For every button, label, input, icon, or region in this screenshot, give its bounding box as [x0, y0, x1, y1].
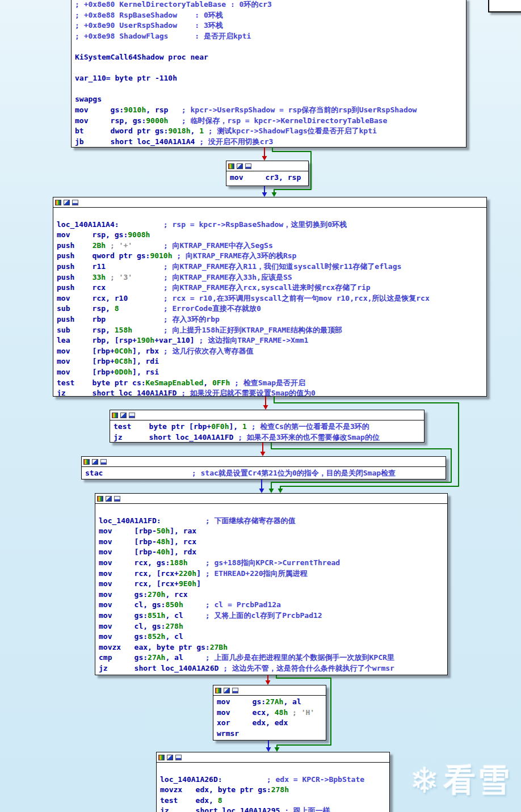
asm-line[interactable]: push rcx ; 向KTRAP_FRAME存入rcx,syscall进来时候… [57, 283, 485, 293]
asm-line[interactable]: push 2Bh ; '+' ; 向KTRAP_FRAME中存入SegSs [57, 241, 485, 251]
asm-line[interactable]: mov rcx, [rcx+220h] ; ETHREAD+220指向所属进程 [99, 569, 446, 579]
asm-line[interactable]: mov cl, gs:850h ; cl = PrcbPad12a [99, 600, 446, 611]
asm-line[interactable]: mov [rbp+0D0h], rsi [57, 367, 485, 378]
asm-line[interactable]: mov [rbp+0C0h], rbx ; 这几行依次存入寄存器值 [57, 346, 485, 357]
asm-line[interactable]: ; +0x8e98 ShadowFlags : 是否开启kpti [75, 31, 465, 42]
asm-line[interactable]: cmp gs:27Ah, al ; 上面几步是在把进程里的某个数据倒手一次放到K… [99, 653, 446, 663]
asm-line[interactable] [57, 209, 485, 220]
node-color-icon[interactable] [55, 200, 61, 205]
graph-node-loc_140A1A26D[interactable]: loc_140A1A26D: ; edx = KPCR->BpbStatemov… [156, 752, 390, 812]
asm-line[interactable]: xor edx, edx [217, 718, 325, 729]
node-hint-icon[interactable] [129, 413, 135, 418]
asm-line[interactable]: mov rcx, [rcx+9E0h] [99, 579, 446, 590]
graph-node-loc_140A1A1A4[interactable]: loc_140A1A1A4: ; rsp = kpcr->RspBaseShad… [53, 197, 487, 397]
node-color-icon[interactable] [215, 688, 221, 693]
asm-line[interactable]: wrmsr [217, 729, 325, 739]
node-titlebar[interactable] [82, 457, 446, 467]
asm-line[interactable]: mov [rbp-50h], rax [99, 526, 446, 537]
asm-line[interactable]: sub rsp, 158h ; 向上提升158h正好到KTRAP_FRAME结构… [57, 325, 485, 336]
asm-line[interactable]: mov cl, gs:278h [99, 621, 446, 632]
asm-line[interactable]: movzx eax, byte ptr gs:27Bh [99, 642, 446, 653]
node-hint-icon[interactable] [175, 755, 182, 760]
asm-line[interactable]: mov gs:852h, cl [99, 632, 446, 642]
graph-node-cutoff[interactable] [488, 0, 521, 12]
asm-line[interactable]: swapgs [75, 94, 465, 105]
node-color-icon[interactable] [83, 459, 90, 465]
asm-line[interactable]: sub rsp, 8 ; ErrorCode直接不存就放0 [57, 304, 485, 314]
asm-line[interactable]: lea rbp, [rsp+190h+var_110] ; 这边指向TRAP_F… [57, 335, 485, 346]
asm-line[interactable]: mov gs:27Ah, al [217, 697, 325, 708]
asm-line[interactable]: loc_140A1A1FD: ; 下面继续存储寄存器的值 [99, 516, 446, 527]
node-titlebar[interactable] [95, 494, 447, 504]
asm-line[interactable]: bt dword ptr gs:9018h, 1 ; 测试kpcr->Shado… [75, 126, 465, 137]
asm-line[interactable]: mov rcx, gs:188h ; gs+188指向KPCR->Current… [99, 558, 446, 569]
asm-line[interactable] [75, 84, 465, 95]
asm-line[interactable]: movzx edx, byte ptr gs:278h [160, 785, 388, 796]
asm-line[interactable]: stac ; stac就是设置Cr4第21位为0的指令，目的是关闭Smap检查 [85, 468, 444, 479]
node-color-icon[interactable] [97, 496, 103, 502]
node-hint-icon[interactable] [100, 459, 107, 465]
graph-node-loc_140A1A1FD[interactable]: loc_140A1A1FD: ; 下面继续存储寄存器的值mov [rbp-50h… [95, 493, 448, 675]
asm-line[interactable] [160, 764, 388, 775]
asm-line[interactable]: push r11 ; 向KTRAP_FRAME存入R11，我们知道syscall… [57, 262, 485, 272]
edit-comment-icon[interactable] [106, 496, 112, 502]
asm-line[interactable]: mov gs:851h, cl ; 又将上面的cl存到了PrcbPad12 [99, 611, 446, 621]
asm-line[interactable]: jz short loc_140A1A1FD ; 如果不是3环来的也不需要修改S… [114, 432, 423, 443]
node-color-icon[interactable] [112, 413, 118, 418]
node-titlebar[interactable] [226, 161, 308, 171]
edit-comment-icon[interactable] [237, 163, 243, 169]
asm-line[interactable]: mov ecx, 48h ; 'H' [217, 708, 325, 718]
asm-line[interactable]: test edx, 8 [160, 796, 388, 806]
asm-line[interactable]: mov [rbp+0C8h], rdi [57, 356, 485, 367]
graph-node-set-cr3[interactable]: mov cr3, rsp [226, 161, 309, 186]
asm-line[interactable]: mov cr3, rsp [230, 173, 307, 183]
asm-line[interactable]: push rbp ; 存入3环的rbp [57, 314, 485, 325]
graph-node-stac[interactable]: stac ; stac就是设置Cr4第21位为0的指令，目的是关闭Smap检查 [81, 456, 446, 479]
asm-line[interactable]: test byte ptr [rbp+0F0h], 1 ; 检查Cs的第一位看看… [114, 422, 423, 432]
asm-line[interactable]: jz short loc_140A1A1FD ; 如果没开启就不需要设置Smap… [57, 388, 485, 397]
asm-line[interactable]: ; +0x8e90 UserRspShadow : 3环栈 [75, 20, 465, 31]
node-color-icon[interactable] [228, 163, 234, 169]
asm-line[interactable]: mov [rbp-40h], rdx [99, 547, 446, 558]
edit-comment-icon[interactable] [120, 413, 127, 418]
edit-comment-icon[interactable] [92, 459, 98, 465]
asm-line[interactable]: ; +0x8e80 KernelDirectoryTableBase : 0环的… [75, 0, 465, 10]
asm-line[interactable]: jz short loc_140A1A295 ; 跟上面一样 [160, 806, 388, 812]
graph-node-check-cs[interactable]: test byte ptr [rbp+0F0h], 1 ; 检查Cs的第一位看看… [110, 410, 425, 443]
flow-edge-arrowhead [260, 452, 266, 456]
node-hint-icon[interactable] [72, 200, 78, 205]
asm-line[interactable]: jz short loc_140A1A26D ; 这边先不管，这是符合什么条件就… [99, 663, 446, 674]
asm-line[interactable] [99, 505, 446, 516]
asm-line[interactable]: loc_140A1A26D: ; edx = KPCR->BpbState [160, 775, 388, 785]
asm-line[interactable]: mov gs:270h, rcx [99, 590, 446, 600]
asm-line[interactable]: test byte ptr cs:KeSmapEnabled, 0FFh ; 检… [57, 378, 485, 389]
asm-line[interactable] [75, 41, 465, 52]
asm-line[interactable]: ; +0x8e88 RspBaseShadow : 0环栈 [75, 10, 465, 21]
node-hint-icon[interactable] [245, 163, 251, 169]
node-titlebar[interactable] [110, 410, 424, 420]
edit-comment-icon[interactable] [64, 200, 70, 205]
asm-line[interactable]: jb short loc_140A1A1A4 ; 没开启不用切换cr3 [75, 137, 465, 148]
asm-line[interactable]: mov rsp, gs:9000h ; 临时保存，rsp = kpcr->Ker… [75, 116, 465, 127]
edit-comment-icon[interactable] [224, 688, 230, 693]
graph-node-entry[interactable]: ; +0x8e80 KernelDirectoryTableBase : 0环的… [71, 0, 467, 148]
graph-canvas[interactable]: ❄ 看雪 ; +0x8e80 KernelDirectoryTableBase … [0, 0, 521, 812]
asm-line[interactable]: mov gs:9010h, rsp ; kpcr->UserRspShadow … [75, 105, 465, 116]
edit-comment-icon[interactable] [167, 755, 173, 760]
asm-line[interactable]: push qword ptr gs:9010h ; 向KTRAP_FRAME存入… [57, 251, 485, 262]
asm-line[interactable]: mov rcx, r10 ; rcx = r10,在3环调用syscall之前有… [57, 293, 485, 304]
asm-line[interactable]: var_110= byte ptr -110h [75, 73, 465, 84]
node-titlebar[interactable] [157, 752, 389, 763]
asm-line[interactable]: push 33h ; '3' ; 向KTRAP_FRAME存入33h,应该是SS [57, 272, 485, 283]
asm-line[interactable]: mov rsp, gs:9008h [57, 230, 485, 241]
node-titlebar[interactable] [213, 685, 326, 696]
asm-line[interactable]: KiSystemCall64Shadow proc near [75, 52, 465, 63]
node-hint-icon[interactable] [114, 496, 120, 502]
node-titlebar[interactable] [53, 197, 486, 208]
node-color-icon[interactable] [158, 755, 165, 760]
asm-line[interactable]: loc_140A1A1A4: ; rsp = kpcr->RspBaseShad… [57, 220, 485, 230]
graph-node-wrmsr[interactable]: mov gs:27Ah, almov ecx, 48h ; 'H'xor edx… [213, 685, 326, 741]
node-hint-icon[interactable] [232, 688, 238, 693]
asm-line[interactable]: mov [rbp-48h], rcx [99, 537, 446, 548]
asm-line[interactable] [75, 63, 465, 74]
